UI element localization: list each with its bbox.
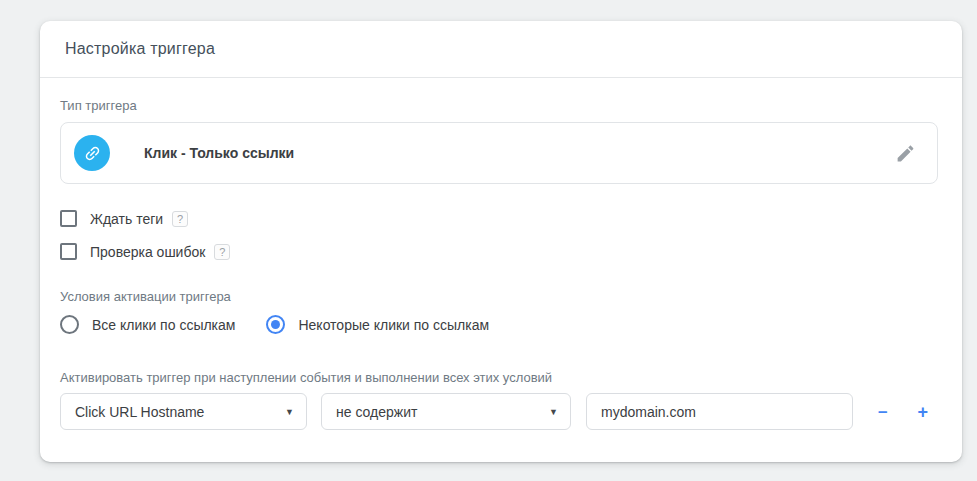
panel-body: Тип триггера Клик - Только ссылки Ждать … — [40, 78, 962, 430]
panel-title: Настройка триггера — [65, 40, 215, 58]
chevron-down-icon: ▼ — [549, 407, 558, 417]
remove-condition-button[interactable]: – — [878, 403, 887, 420]
condition-operator-value: не содержит — [336, 404, 417, 420]
check-validation-label: Проверка ошибок — [90, 244, 205, 260]
check-validation-checkbox[interactable] — [60, 243, 77, 260]
radio-label: Все клики по ссылкам — [92, 317, 235, 333]
panel-header: Настройка триггера — [40, 21, 962, 78]
activation-options-row: Все клики по ссылкам Некоторые клики по … — [60, 315, 938, 334]
trigger-type-label: Тип триггера — [60, 98, 938, 113]
wait-for-tags-row: Ждать теги ? — [60, 210, 938, 227]
radio-option-all-link-clicks[interactable]: Все клики по ссылкам — [60, 315, 235, 334]
link-icon — [74, 135, 110, 171]
trigger-type-name: Клик - Только ссылки — [144, 145, 294, 161]
check-validation-row: Проверка ошибок ? — [60, 243, 938, 260]
help-icon[interactable]: ? — [214, 244, 230, 260]
condition-variable-value: Click URL Hostname — [75, 404, 204, 420]
edit-trigger-type-button[interactable] — [893, 141, 917, 165]
wait-for-tags-label: Ждать теги — [90, 211, 163, 227]
radio-label: Некоторые клики по ссылкам — [298, 317, 489, 333]
wait-for-tags-checkbox[interactable] — [60, 210, 77, 227]
trigger-settings-panel: Настройка триггера Тип триггера Клик - Т… — [40, 21, 962, 462]
fire-conditions-label: Активировать триггер при наступлении соб… — [60, 370, 938, 385]
condition-value-input[interactable] — [586, 393, 853, 430]
pencil-icon — [895, 143, 916, 164]
radio-icon — [60, 315, 79, 334]
add-condition-button[interactable]: + — [917, 403, 928, 421]
condition-row: Click URL Hostname ▼ не содержит ▼ – + — [60, 393, 938, 430]
radio-icon — [266, 315, 285, 334]
activation-conditions-label: Условия активации триггера — [60, 289, 938, 304]
chevron-down-icon: ▼ — [285, 407, 294, 417]
condition-variable-select[interactable]: Click URL Hostname ▼ — [60, 393, 307, 430]
radio-option-some-link-clicks[interactable]: Некоторые клики по ссылкам — [266, 315, 489, 334]
condition-operator-select[interactable]: не содержит ▼ — [321, 393, 571, 430]
help-icon[interactable]: ? — [172, 211, 188, 227]
trigger-type-card[interactable]: Клик - Только ссылки — [60, 122, 938, 184]
